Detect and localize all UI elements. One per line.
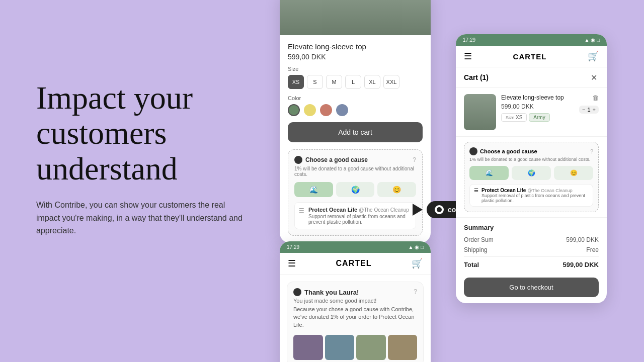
product-price: 599,00 DKK xyxy=(288,53,423,61)
contribe-icon-ty xyxy=(293,288,301,296)
cart-item-details: Elevate long-sleeve top 599,00 DKK Size … xyxy=(501,94,574,130)
cart-icon-main[interactable]: 🛒 xyxy=(588,51,599,62)
size-xl[interactable]: XL xyxy=(364,75,380,89)
shipping-label: Shipping xyxy=(464,246,488,253)
hamburger-icon-cart[interactable]: ☰ xyxy=(464,51,472,62)
color-blue[interactable] xyxy=(336,104,348,116)
shipping-value: Free xyxy=(586,246,599,253)
color-green[interactable] xyxy=(288,104,300,116)
cart-cause-subtitle: 1% will be donated to a good cause witho… xyxy=(469,157,593,162)
contribe-icon-small xyxy=(294,156,302,164)
cause-earth-icon[interactable]: 🌍 xyxy=(336,182,375,197)
summary-title: Summary xyxy=(464,224,599,231)
cart-mockup: 17:29 ▲ ◉ □ ☰ CARTEL 🛒 Cart (1) ✕ Elevat… xyxy=(456,34,607,303)
size-xs[interactable]: XS xyxy=(288,75,304,89)
size-tag: Size XS xyxy=(501,113,527,122)
help-icon-ty[interactable]: ? xyxy=(414,288,417,295)
cart-item-tags: Size XS Army xyxy=(501,113,574,122)
checkout-button[interactable]: Go to checkout xyxy=(464,278,599,297)
help-icon[interactable]: ? xyxy=(413,156,416,163)
cart-cause-icons: 🌊 🌍 😊 xyxy=(469,166,593,180)
order-sum-value: 599,00 DKK xyxy=(566,236,599,243)
cart-cause-earth[interactable]: 🌍 xyxy=(512,166,551,180)
product-mockup: Elevate long-sleeve top 599,00 DKK Size … xyxy=(280,0,431,243)
size-m[interactable]: M xyxy=(326,75,342,89)
cause-item: ☰ Protect Ocean Life @The Ocean Cleanup … xyxy=(294,202,416,229)
ty-image-4 xyxy=(388,335,418,360)
size-label-cart: Size xyxy=(506,115,516,120)
cart-main-nav: ☰ CARTEL 🛒 xyxy=(456,46,607,67)
cart-panel-title: Cart (1) xyxy=(464,73,489,81)
cart-cause-title: Choose a good cause xyxy=(480,148,537,154)
contribe-icon-cart xyxy=(469,147,477,155)
size-l[interactable]: L xyxy=(345,75,361,89)
total-value: 599,00 DKK xyxy=(562,261,599,268)
cart-close-button[interactable]: ✕ xyxy=(589,72,599,82)
ty-image-3 xyxy=(356,335,386,360)
cart-item-price: 599,00 DKK xyxy=(501,103,574,110)
thank-you-subtitle: You just made some good impact! xyxy=(293,298,376,304)
cause-desc: Support removal of plastic from oceans a… xyxy=(308,214,412,225)
cart-cause-item-info: Protect Ocean Life @The Ocean Cleanup Su… xyxy=(481,188,589,203)
qty-plus[interactable]: + xyxy=(593,107,596,113)
add-to-cart-button[interactable]: Add to cart xyxy=(288,122,423,142)
cause-handle: @The Ocean Cleanup xyxy=(359,207,409,213)
status-icons-2: ▲ ◉ □ xyxy=(409,244,424,250)
cart-cause-item-icon: ☰ xyxy=(474,188,478,193)
size-xxl[interactable]: XXL xyxy=(383,75,399,89)
product-body: Elevate long-sleeve top 599,00 DKK Size … xyxy=(280,35,431,243)
thank-you-title-group: Thank you Laura! You just made some good… xyxy=(293,288,376,304)
cart-cause-widget: Choose a good cause ? 1% will be donated… xyxy=(464,142,599,212)
color-yellow[interactable] xyxy=(304,104,316,116)
ty-image-1 xyxy=(293,335,323,360)
qty-value: 1 xyxy=(587,107,590,113)
cause-ocean-icon[interactable]: 🌊 xyxy=(294,182,333,197)
cart-cause-name: Protect Ocean Life @The Ocean Cleanup xyxy=(481,188,589,193)
cart-cause-smile[interactable]: 😊 xyxy=(554,166,593,180)
ty-image-2 xyxy=(325,335,355,360)
cart-item-image xyxy=(464,94,496,130)
color-rose[interactable] xyxy=(320,104,332,116)
cart-cause-desc: Support removal of plastic from oceans a… xyxy=(481,193,589,203)
thank-you-box: Thank you Laura! You just made some good… xyxy=(287,282,424,362)
help-icon-cart[interactable]: ? xyxy=(590,148,593,154)
cart-icon-2[interactable]: 🛒 xyxy=(412,258,423,269)
size-options: XS S M L XL XXL xyxy=(288,75,423,89)
hero-section: Impact your customers understand With Co… xyxy=(36,80,268,237)
color-label: Color xyxy=(288,95,423,101)
cart-summary: Summary Order Sum 599,00 DKK Shipping Fr… xyxy=(456,217,607,303)
cause-item-info: Protect Ocean Life @The Ocean Cleanup Su… xyxy=(308,207,412,225)
cart-panel-header: Cart (1) ✕ xyxy=(456,67,607,88)
total-row: Total 599,00 DKK xyxy=(464,256,599,268)
product-image xyxy=(280,0,431,35)
good-cause-title-row: Choose a good cause xyxy=(294,156,368,164)
cart-item-row: Elevate long-sleeve top 599,00 DKK Size … xyxy=(456,88,607,137)
quantity-control[interactable]: − 1 + xyxy=(579,106,599,114)
color-tag: Army xyxy=(529,113,549,122)
total-label: Total xyxy=(464,261,479,268)
status-bar-2: 17:29 ▲ ◉ □ xyxy=(280,241,431,253)
delete-item-icon[interactable]: 🗑 xyxy=(592,94,599,102)
good-cause-title: Choose a good cause xyxy=(305,156,368,163)
good-cause-header: Choose a good cause ? xyxy=(294,156,416,164)
good-cause-subtitle: 1% will be donated to a good cause witho… xyxy=(294,166,416,177)
cause-item-icon: ☰ xyxy=(299,208,304,215)
thank-you-header: Thank you Laura! You just made some good… xyxy=(293,288,417,304)
brand-name-cart: CARTEL xyxy=(513,52,547,61)
cause-smile-icon[interactable]: 😊 xyxy=(377,182,416,197)
hamburger-icon-2[interactable]: ☰ xyxy=(288,258,296,269)
product-name: Elevate long-sleeve top xyxy=(288,42,423,51)
brand-name-2: CARTEL xyxy=(336,259,372,268)
cart-cause-ocean[interactable]: 🌊 xyxy=(469,166,509,180)
size-s[interactable]: S xyxy=(307,75,323,89)
shipping-row: Shipping Free xyxy=(464,246,599,253)
cause-icons-row: 🌊 🌍 😊 xyxy=(294,182,416,197)
time-2: 17:29 xyxy=(287,244,299,250)
qty-minus[interactable]: − xyxy=(582,107,585,113)
order-sum-label: Order Sum xyxy=(464,236,494,243)
nav-bar-2: ☰ CARTEL 🛒 xyxy=(280,253,431,275)
cart-cause-item: ☰ Protect Ocean Life @The Ocean Cleanup … xyxy=(469,184,593,207)
arrow-icon xyxy=(413,204,423,216)
cause-name: Protect Ocean Life @The Ocean Cleanup xyxy=(308,207,412,213)
cart-status-icons: ▲ ◉ □ xyxy=(585,37,600,43)
